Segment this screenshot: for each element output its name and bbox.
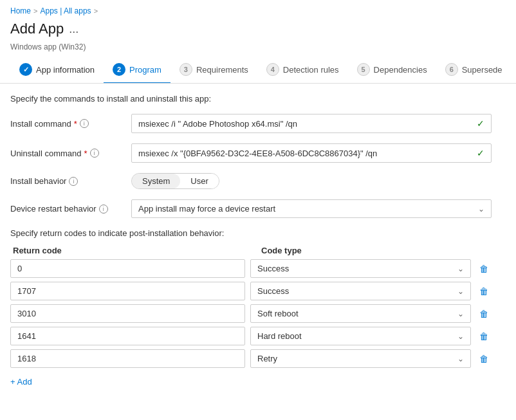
tab-app-information[interactable]: ✓ App information: [10, 57, 104, 84]
install-command-required: *: [74, 119, 77, 129]
delete-row-1-button[interactable]: 🗑: [476, 284, 492, 299]
delete-row-2-button[interactable]: 🗑: [476, 306, 492, 322]
table-row: Success ⌄ 🗑: [10, 282, 492, 300]
tab-label-app-information: App information: [36, 65, 95, 75]
install-behavior-row: Install behavior i System User: [10, 173, 492, 189]
tab-badge-program: 2: [113, 63, 125, 76]
tab-label-dependencies: Dependencies: [374, 65, 427, 75]
breadcrumb: Home > Apps | All apps >: [0, 0, 516, 18]
uninstall-command-row: Uninstall command * i msiexec /x "{0BFA9…: [10, 143, 492, 163]
code-type-chevron-icon-2: ⌄: [457, 309, 464, 318]
code-type-select-0[interactable]: Success ⌄: [250, 259, 471, 278]
return-codes-description: Specify return codes to indicate post-in…: [10, 228, 492, 238]
code-type-value-3: Hard reboot: [257, 331, 302, 341]
tab-detection-rules[interactable]: 4 Detection rules: [257, 57, 348, 84]
code-type-value-0: Success: [257, 264, 289, 273]
code-type-value-4: Retry: [257, 354, 277, 363]
return-codes-header: Return code Code type: [10, 246, 492, 255]
code-type-chevron-icon-4: ⌄: [457, 354, 464, 363]
toggle-system[interactable]: System: [132, 174, 180, 188]
page-header: Add App ...: [0, 18, 516, 42]
tab-label-requirements: Requirements: [196, 65, 248, 75]
tab-program[interactable]: 2 Program: [104, 57, 170, 84]
install-behavior-label: Install behavior i: [10, 176, 126, 186]
page-subtitle: Windows app (Win32): [0, 42, 516, 57]
device-restart-row: Device restart behavior i App install ma…: [10, 199, 492, 218]
page-title: Add App: [10, 21, 64, 37]
breadcrumb-sep1: >: [33, 7, 37, 15]
code-type-select-3[interactable]: Hard reboot ⌄: [250, 327, 471, 345]
device-restart-info-icon[interactable]: i: [99, 205, 108, 214]
tab-badge-requirements: 3: [180, 63, 192, 76]
return-code-input-2[interactable]: [10, 304, 245, 323]
breadcrumb-home[interactable]: Home: [10, 6, 31, 15]
code-type-select-2[interactable]: Soft reboot ⌄: [250, 304, 471, 323]
uninstall-command-value: msiexec /x "{0BFA9562-D3C2-4EE8-A508-6DC…: [138, 149, 477, 158]
uninstall-command-info-icon[interactable]: i: [90, 149, 99, 158]
delete-row-0-button[interactable]: 🗑: [476, 261, 492, 277]
table-row: Hard reboot ⌄ 🗑: [10, 327, 492, 345]
return-code-input-4[interactable]: [10, 349, 245, 368]
code-type-value-1: Success: [257, 286, 289, 296]
add-return-code-button[interactable]: + Add: [10, 377, 32, 387]
install-command-row: Install command * i msiexec /i " Adobe P…: [10, 114, 492, 133]
uninstall-command-input[interactable]: msiexec /x "{0BFA9562-D3C2-4EE8-A508-6DC…: [131, 143, 492, 163]
uninstall-command-required: *: [84, 149, 88, 158]
delete-row-4-button[interactable]: 🗑: [476, 351, 492, 367]
section-description: Specify the commands to install and unin…: [10, 94, 492, 104]
code-type-chevron-icon-1: ⌄: [457, 287, 464, 296]
device-restart-label: Device restart behavior i: [10, 204, 126, 214]
install-command-check-icon: ✓: [477, 118, 484, 129]
table-row: Retry ⌄ 🗑: [10, 349, 492, 368]
code-type-select-4[interactable]: Retry ⌄: [250, 349, 471, 368]
tab-requirements[interactable]: 3 Requirements: [170, 57, 257, 84]
install-command-input[interactable]: msiexec /i " Adobe Photoshop x64.msi" /q…: [131, 114, 492, 133]
install-command-label: Install command * i: [10, 119, 126, 129]
return-code-input-1[interactable]: [10, 282, 245, 300]
uninstall-command-label: Uninstall command * i: [10, 149, 126, 158]
main-content: Specify the commands to install and unin…: [0, 84, 502, 397]
return-code-input-3[interactable]: [10, 327, 245, 345]
more-options-button[interactable]: ...: [69, 23, 78, 36]
install-behavior-toggle[interactable]: System User: [131, 173, 219, 189]
device-restart-select[interactable]: App install may force a device restart ⌄: [131, 199, 492, 218]
tab-label-detection-rules: Detection rules: [283, 65, 339, 75]
tab-badge-dependencies: 5: [357, 63, 370, 76]
tab-label-supersede: Supersede: [462, 65, 502, 75]
install-command-value: msiexec /i " Adobe Photoshop x64.msi" /q…: [138, 119, 477, 129]
install-behavior-info-icon[interactable]: i: [69, 177, 78, 186]
return-codes-section: Specify return codes to indicate post-in…: [10, 228, 492, 387]
tab-label-program: Program: [129, 65, 161, 75]
toggle-user[interactable]: User: [180, 174, 218, 188]
tab-supersede[interactable]: 6 Supersede: [436, 57, 511, 84]
delete-row-3-button[interactable]: 🗑: [476, 329, 492, 344]
breadcrumb-apps[interactable]: Apps | All apps: [40, 6, 91, 15]
col-header-code: Return code: [13, 246, 251, 255]
code-type-value-2: Soft reboot: [257, 309, 299, 318]
return-code-input-0[interactable]: [10, 259, 245, 278]
table-row: Success ⌄ 🗑: [10, 259, 492, 278]
tabs-bar: ✓ App information 2 Program 3 Requiremen…: [0, 57, 516, 84]
tab-badge-app-information: ✓: [19, 63, 32, 76]
tab-dependencies[interactable]: 5 Dependencies: [348, 57, 436, 84]
add-return-code-label: + Add: [10, 377, 32, 387]
code-type-select-1[interactable]: Success ⌄: [250, 282, 471, 300]
code-type-chevron-icon-3: ⌄: [457, 332, 464, 341]
table-row: Soft reboot ⌄ 🗑: [10, 304, 492, 323]
breadcrumb-sep2: >: [94, 7, 98, 15]
uninstall-command-check-icon: ✓: [477, 148, 484, 158]
col-header-type: Code type: [261, 246, 489, 255]
install-command-info-icon[interactable]: i: [80, 119, 89, 128]
tab-badge-detection-rules: 4: [266, 63, 279, 76]
tab-badge-supersede: 6: [445, 63, 458, 76]
device-restart-value: App install may force a device restart: [138, 204, 275, 214]
code-type-chevron-icon-0: ⌄: [457, 264, 464, 273]
device-restart-chevron-icon: ⌄: [478, 205, 484, 214]
